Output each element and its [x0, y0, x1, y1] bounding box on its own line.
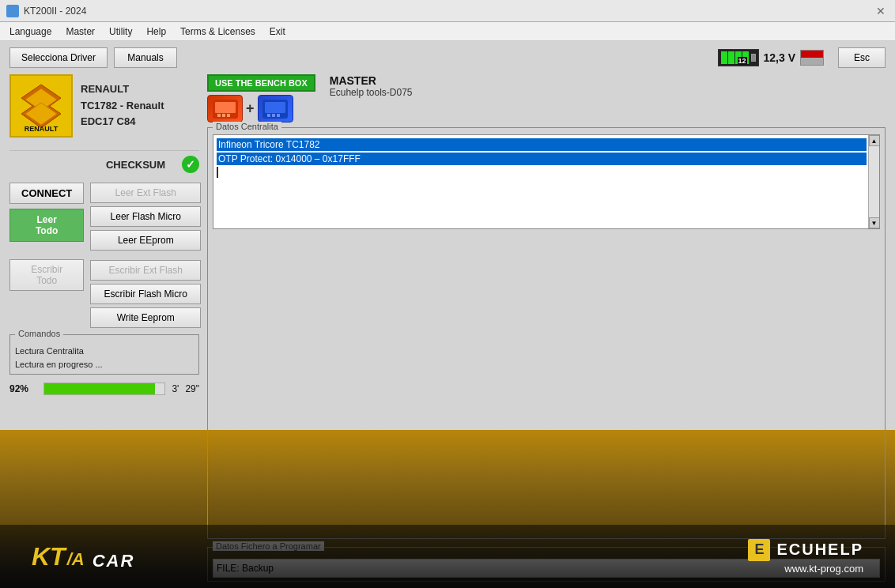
menu-bar: Language Master Utility Help Terms & Lic… [0, 22, 895, 41]
leer-ext-flash-button[interactable]: Leer Ext Flash [90, 183, 201, 203]
renault-text: RENAULT [11, 125, 71, 133]
datos-line2: OTP Protect: 0x14000 – 0x17FFF [217, 153, 867, 165]
window-title: KT200II - 2024 [24, 6, 86, 17]
connect-button[interactable]: CONNECT [9, 183, 84, 204]
battery-area: 12 12,3 V [718, 49, 824, 66]
menu-exit[interactable]: Exit [263, 24, 292, 39]
scroll-bar: ▲ ▼ [868, 135, 879, 228]
checksum-label: CHECKSUM [96, 159, 176, 171]
bottom-brand-bar: KT /A CAR E ECUHELP www.kt-prog.com [0, 525, 895, 588]
spacer2 [90, 254, 201, 257]
progress-time1: 3' [172, 383, 179, 394]
vehicle-details: RENAULT TC1782 - Renault EDC17 C84 [81, 81, 164, 130]
vehicle-info: RENAULT RENAULT TC1782 - Renault EDC17 C… [9, 74, 199, 138]
car-label: CAR [93, 551, 135, 571]
title-bar: KT200II - 2024 ✕ [0, 0, 895, 22]
vehicle-make: RENAULT [81, 81, 164, 98]
master-subtitle: Ecuhelp tools-D075 [330, 87, 413, 98]
bench-devices: + [207, 95, 315, 122]
kt-logo: KT [32, 542, 66, 571]
progress-time2: 29" [185, 383, 199, 394]
renault-diamond-svg [17, 81, 65, 132]
ecuhelp-logo: E ECUHELP [748, 539, 863, 561]
svg-rect-12 [272, 114, 275, 117]
progress-label: 92% [9, 383, 37, 394]
device-img-2 [258, 95, 293, 122]
checksum-row: CHECKSUM ✓ [9, 150, 199, 173]
progress-bar-container [43, 383, 165, 395]
comandos-line2: Lectura en progreso ... [15, 358, 194, 371]
comandos-line1: Lectura Centralita [15, 345, 194, 358]
leer-todo-button[interactable]: Leer Todo [9, 209, 84, 242]
bench-box-section: USE THE BENCH BOX [207, 74, 315, 122]
datos-cursor [217, 167, 218, 178]
title-bar-left: KT200II - 2024 [6, 5, 86, 17]
renault-logo: RENAULT [9, 74, 73, 138]
write-eeprom-button[interactable]: Write Eeprom [90, 307, 201, 328]
datos-centralita-legend: Datos Centralita [213, 122, 281, 131]
menu-help[interactable]: Help [140, 24, 172, 39]
menu-language[interactable]: Language [3, 24, 58, 39]
battery-bar-1 [721, 51, 727, 64]
left-actions: CONNECT Leer Todo Escribir Todo [9, 183, 84, 328]
scroll-up-button[interactable]: ▲ [869, 135, 880, 146]
app-icon [6, 5, 19, 17]
ecuhelp-e-icon: E [748, 539, 770, 561]
battery-icon: 12 [718, 49, 759, 66]
master-info: MASTER Ecuhelp tools-D075 [330, 74, 413, 98]
close-button[interactable]: ✕ [873, 5, 889, 17]
scroll-down-button[interactable]: ▼ [869, 217, 880, 228]
checksum-ok-icon: ✓ [182, 156, 199, 173]
main-content: KT /A CAR E ECUHELP www.kt-prog.com Sele… [0, 41, 895, 588]
vehicle-ecu: EDC17 C84 [81, 114, 164, 130]
comandos-legend: Comandos [15, 329, 63, 338]
leer-flash-micro-button[interactable]: Leer Flash Micro [90, 206, 201, 227]
right-column: USE THE BENCH BOX [207, 74, 886, 582]
svg-rect-5 [215, 102, 236, 113]
spacer [9, 247, 84, 254]
escribir-ext-flash-button[interactable]: Escribir Ext Flash [90, 260, 201, 281]
website-text: www.kt-prog.com [748, 563, 863, 575]
leer-eeprom-button[interactable]: Leer EEprom [90, 230, 201, 251]
toolbar-row: Selecciona Driver Manuals 12 12,3 V [9, 47, 886, 68]
esc-button[interactable]: Esc [838, 47, 886, 68]
datos-centralita-fieldset: Datos Centralita Infineon Tricore TC1782… [207, 127, 886, 539]
brand-right: E ECUHELP www.kt-prog.com [748, 539, 863, 575]
battery-number: 12 [738, 57, 747, 65]
device-svg-2 [261, 98, 289, 120]
escribir-flash-micro-button[interactable]: Escribir Flash Micro [90, 284, 201, 304]
voltage-display: 12,3 V [764, 51, 795, 64]
svg-rect-8 [227, 114, 230, 117]
svg-rect-13 [277, 114, 280, 117]
master-title: MASTER [330, 74, 413, 87]
battery-bar-2 [728, 51, 735, 64]
progress-area: 92% 3' 29" [9, 383, 199, 395]
vehicle-model: TC1782 - Renault [81, 98, 164, 115]
datos-line1: Infineon Tricore TC1782 [217, 138, 867, 151]
device-svg-1 [211, 98, 240, 120]
menu-terms[interactable]: Terms & Licenses [174, 24, 262, 39]
escribir-todo-button[interactable]: Escribir Todo [9, 259, 84, 291]
kt-sub: /A [67, 549, 85, 570]
menu-utility[interactable]: Utility [103, 24, 138, 39]
actions-area: CONNECT Leer Todo Escribir Todo Leer Ext… [9, 183, 199, 328]
device-img-1 [207, 95, 243, 122]
ecuhelp-label: ECUHELP [776, 541, 863, 559]
plus-sign: + [246, 100, 255, 117]
progress-bar-fill [44, 383, 155, 394]
comandos-text: Lectura Centralita Lectura en progreso .… [15, 345, 194, 371]
app-window: KT200II - 2024 ✕ Language Master Utility… [0, 0, 895, 588]
svg-rect-7 [222, 114, 225, 117]
select-driver-button[interactable]: Selecciona Driver [9, 47, 108, 68]
svg-marker-3 [25, 103, 57, 125]
svg-rect-11 [267, 114, 270, 117]
datos-centralita-content: Infineon Tricore TC1782 OTP Protect: 0x1… [213, 134, 880, 229]
svg-rect-6 [217, 114, 221, 117]
flag-icon [800, 50, 824, 66]
menu-master[interactable]: Master [59, 24, 101, 39]
brand-left: KT /A CAR [32, 542, 134, 571]
battery-nub [751, 54, 756, 62]
svg-rect-10 [265, 102, 285, 113]
manuals-button[interactable]: Manuals [114, 47, 177, 68]
bench-master-row: USE THE BENCH BOX [207, 74, 886, 122]
